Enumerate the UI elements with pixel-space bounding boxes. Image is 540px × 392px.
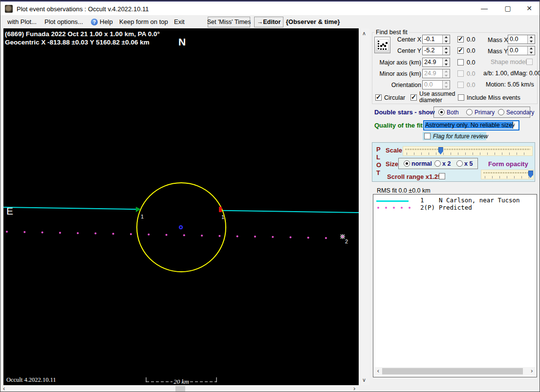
menu-with-plot[interactable]: with Plot...: [7, 18, 37, 25]
fit-check-4[interactable]: [457, 82, 464, 88]
circular-checkbox[interactable]: [375, 94, 382, 101]
motion-label: Motion: 5.05 km/s: [486, 81, 534, 88]
menu-keep-on-top[interactable]: Keep form on top: [119, 18, 168, 25]
form-opacity-slider[interactable]: [481, 170, 534, 179]
control-panel: Find best fit Center X -0.1 0.0 Mass X 0…: [370, 28, 540, 392]
scale-slider[interactable]: [403, 146, 533, 156]
maximize-button[interactable]: ▢: [497, 1, 518, 15]
editor-button[interactable]: →Editor: [254, 17, 283, 27]
double-stars-radio-0[interactable]: [438, 109, 445, 115]
fit-check-0[interactable]: [457, 36, 464, 43]
scroll-down-icon[interactable]: ∨: [362, 377, 366, 383]
observation-name[interactable]: Predicted: [439, 204, 472, 211]
spin-down-icon: [445, 75, 448, 77]
observation-name[interactable]: N Carlson, near Tucson: [439, 196, 520, 204]
minor-axis-spin-buttons: [442, 69, 450, 78]
minor-axis-sigma: 0.0: [467, 70, 475, 77]
plot-letter-l: L: [376, 153, 381, 161]
size-label: Size: [386, 160, 398, 168]
double-stars-radio-1[interactable]: [466, 109, 473, 115]
scroll-up-icon[interactable]: ∧: [362, 31, 366, 36]
spin-down-icon: [445, 86, 448, 88]
minimize-button[interactable]: —: [474, 1, 495, 15]
sample-dot: [401, 207, 403, 209]
size-option-1[interactable]: x 2: [442, 160, 451, 167]
fit-check-2[interactable]: [457, 59, 464, 65]
flag-review-checkbox[interactable]: [424, 133, 431, 139]
mass-y-value[interactable]: 0.0: [508, 46, 527, 55]
mass-y-spin-buttons[interactable]: [527, 46, 535, 55]
menu-exit[interactable]: Exit: [174, 18, 185, 25]
observation-num[interactable]: 2(P): [420, 204, 435, 211]
double-stars-option-2[interactable]: Secondary: [506, 109, 534, 116]
close-button[interactable]: ✕: [518, 1, 540, 15]
mass-y-spinner[interactable]: 0.0: [508, 46, 535, 55]
slider-groove: [405, 149, 530, 150]
size-radio-0[interactable]: [404, 160, 410, 167]
sample-dot: [393, 207, 395, 209]
scroll-left-icon[interactable]: ‹: [3, 386, 5, 391]
mass-y-label: Mass Y: [488, 48, 508, 55]
observation-num[interactable]: 1: [420, 196, 424, 204]
plot-canvas[interactable]: (6869) Funada 2022 Oct 21 1.00 x 1.00 km…: [3, 28, 359, 385]
svg-text:1: 1: [141, 214, 144, 219]
scroll-right-icon[interactable]: ›: [353, 386, 355, 391]
plot-horizontal-scrollbar[interactable]: ‹ ›: [0, 385, 359, 392]
plot-vertical-scrollbar[interactable]: ∧ ∨: [359, 28, 369, 385]
mass-x-value[interactable]: 0.0: [508, 35, 527, 44]
svg-text:1: 1: [221, 214, 224, 220]
mass-x-spinner[interactable]: 0.0: [508, 35, 535, 44]
quality-combobox[interactable]: Astrometry only. No reliable size ∨: [423, 120, 519, 131]
minor-axis-spinner[interactable]: 24.9: [422, 69, 450, 78]
title-bar: Plot event observations : Occult v.4.202…: [0, 0, 540, 15]
double-stars-radio-2[interactable]: [498, 109, 504, 115]
double-stars-option-0[interactable]: Both: [447, 109, 459, 116]
orientation-spin-buttons: [442, 81, 450, 89]
mass-x-label: Mass X: [488, 37, 508, 44]
menu-plot-options[interactable]: Plot options...: [44, 18, 83, 25]
mass-x-spin-buttons[interactable]: [527, 35, 535, 44]
scroll-right-icon[interactable]: ›: [530, 368, 534, 373]
observation-list[interactable]: 1 N Carlson, near Tucson 2(P) Predicted …: [373, 194, 537, 377]
center-y-spinner[interactable]: -5.2: [422, 46, 450, 55]
quality-selected-value: Astrometry only. No reliable size: [425, 122, 513, 129]
form-opacity-label: Form opacity: [488, 160, 528, 168]
orientation-label: Orientation: [374, 82, 421, 88]
scroll-range-checkbox[interactable]: [439, 173, 445, 179]
center-y-spin-buttons[interactable]: [442, 46, 450, 55]
spin-down-icon: [530, 41, 533, 43]
center-y-value[interactable]: -5.2: [423, 46, 442, 55]
size-option-0[interactable]: normal: [411, 160, 432, 167]
size-radio-1[interactable]: [434, 160, 441, 167]
center-x-spin-buttons[interactable]: [442, 35, 450, 44]
center-x-spinner[interactable]: -0.1: [422, 35, 450, 44]
menu-help[interactable]: Help: [100, 18, 113, 25]
scroll-left-icon[interactable]: ‹: [376, 368, 380, 373]
major-axis-spinner[interactable]: 24.9: [422, 58, 450, 67]
sample-dot: [377, 207, 379, 209]
fit-check-3[interactable]: [457, 70, 464, 77]
use-assumed-checkbox[interactable]: [410, 94, 417, 101]
fit-check-1[interactable]: [457, 47, 464, 54]
major-axis-value[interactable]: 24.9: [423, 58, 442, 66]
find-best-fit-legend: Find best fit: [374, 29, 409, 36]
size-option-2[interactable]: x 5: [464, 160, 473, 167]
include-miss-checkbox[interactable]: [458, 94, 464, 101]
scrollbar-thumb[interactable]: [175, 386, 185, 392]
scrollbar-thumb[interactable]: [382, 368, 523, 374]
app-icon: [5, 5, 13, 13]
help-icon[interactable]: ?: [91, 19, 98, 25]
observation-dots-sample: [376, 206, 410, 209]
set-miss-times-button[interactable]: Set 'Miss' Times: [208, 17, 250, 27]
observer-time-button[interactable]: {Observer & time}: [286, 18, 340, 25]
size-radio-2[interactable]: [456, 160, 463, 167]
orientation-spinner[interactable]: 0.0: [422, 80, 450, 89]
major-axis-spin-buttons[interactable]: [442, 58, 450, 66]
list-horizontal-scrollbar[interactable]: ‹ ›: [374, 367, 536, 375]
double-stars-option-1[interactable]: Primary: [475, 109, 495, 116]
plot-letter-p: P: [376, 146, 381, 153]
shape-model-checkbox[interactable]: [526, 59, 533, 65]
svg-text:2: 2: [345, 239, 348, 244]
center-x-value[interactable]: -0.1: [423, 35, 442, 44]
chevron-down-icon[interactable]: ∨: [512, 122, 516, 128]
